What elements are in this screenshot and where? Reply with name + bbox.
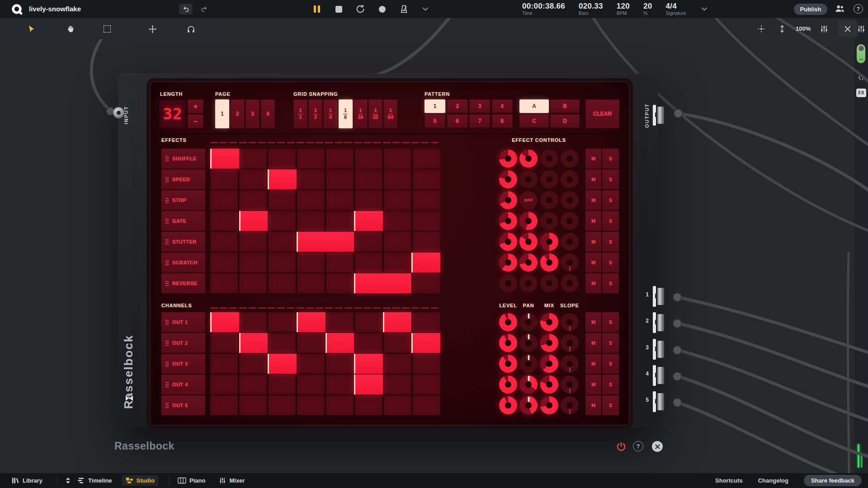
step-cell[interactable] [239,149,267,169]
pattern-button-2[interactable]: 2 [447,99,468,113]
pattern-bank-button-A[interactable]: A [519,99,549,113]
step-cell[interactable] [297,211,325,231]
step-cell[interactable] [355,190,382,210]
drag-handle-icon[interactable] [165,156,169,162]
step-cell[interactable] [355,253,382,272]
pause-icon[interactable] [312,4,322,14]
pattern-bank-button-B[interactable]: B [550,99,580,113]
effect-knob[interactable] [519,233,538,251]
close-icon[interactable] [838,20,858,38]
solo-button[interactable]: S [602,354,619,374]
step-cell[interactable] [326,312,354,332]
stat-time[interactable]: 00:00:38.66Time [522,2,565,16]
drag-handle-icon[interactable] [165,281,169,286]
solo-button[interactable]: S [602,190,619,210]
output-jack-5[interactable]: 5 [631,391,667,412]
power-toggle[interactable] [857,44,865,63]
step-cell[interactable] [268,273,296,293]
step-cell[interactable] [297,253,325,272]
channel-row-label-out-4[interactable]: OUT 4 [161,375,205,394]
drag-handle-icon[interactable] [165,197,169,203]
effect-row-label-speed[interactable]: SPEED [161,169,205,189]
step-cell[interactable] [384,190,411,210]
channel-knob[interactable] [561,355,579,373]
step-cell[interactable] [297,190,325,210]
channel-step-row[interactable] [210,395,440,415]
mute-button[interactable]: M [585,190,601,210]
effect-knob[interactable] [519,253,538,272]
move-icon[interactable] [145,22,160,36]
drag-handle-icon[interactable] [165,361,169,367]
cable[interactable] [362,17,450,78]
note-block[interactable] [354,211,383,231]
solo-button[interactable]: S [602,273,619,293]
effect-knob[interactable]: OFF [519,191,538,209]
collapse-panel-icon[interactable] [857,74,864,81]
channel-knob[interactable] [519,355,538,373]
effect-knob[interactable] [540,170,558,188]
step-cell[interactable] [268,333,296,353]
step-cell[interactable] [210,232,238,252]
tab-studio[interactable]: Studio [122,475,158,486]
pattern-bank-button-D[interactable]: D [550,114,580,128]
mute-button[interactable]: M [585,375,601,394]
step-cell[interactable] [326,253,354,272]
step-cell[interactable] [239,232,267,252]
mute-button[interactable]: M [585,312,601,332]
snap-button-1-2[interactable]: 12 [308,99,322,128]
step-cell[interactable] [355,149,382,169]
effect-row-label-scratch[interactable]: SCRATCH [161,253,205,272]
solo-button[interactable]: S [602,149,619,169]
record-icon[interactable] [377,4,387,14]
effect-knob[interactable] [561,191,579,209]
channel-knob[interactable] [561,375,579,394]
collaborators-icon[interactable] [835,4,845,13]
step-cell[interactable] [268,312,296,332]
mute-button[interactable]: M [585,211,601,231]
loop-icon[interactable] [355,4,365,14]
effect-step-row[interactable] [210,211,440,231]
step-cell[interactable] [297,149,325,169]
pattern-button-1[interactable]: 1 [425,99,445,113]
drag-handle-icon[interactable] [165,403,169,408]
effect-step-row[interactable] [210,149,440,169]
step-cell[interactable] [326,149,354,169]
effect-knob[interactable] [561,233,579,251]
effect-knob[interactable] [499,212,517,230]
note-block[interactable] [210,149,239,169]
effect-knob[interactable] [519,150,538,168]
cable[interactable] [678,350,868,420]
step-cell[interactable] [210,395,238,415]
channel-knob[interactable] [519,375,538,394]
step-cell[interactable] [210,375,238,394]
cable[interactable] [848,253,849,475]
channel-step-row[interactable] [210,312,440,332]
device-close-icon[interactable] [652,441,663,452]
channel-knob[interactable] [540,313,558,331]
solo-button[interactable]: S [602,312,619,332]
effect-knob[interactable] [519,212,538,230]
page-button-1[interactable]: 1 [215,99,229,128]
step-cell[interactable] [413,354,440,374]
clear-button[interactable]: CLEAR [585,99,619,128]
step-cell[interactable] [297,375,325,394]
effect-knob[interactable] [499,170,517,188]
step-cell[interactable] [413,211,440,231]
vertical-zoom-icon[interactable] [775,22,789,36]
chevron-down-icon[interactable] [702,7,707,11]
step-cell[interactable] [326,190,354,210]
cable[interactable] [678,297,868,352]
cable[interactable] [678,376,868,456]
drag-handle-icon[interactable] [165,319,169,325]
metronome-icon[interactable] [399,4,409,14]
effect-row-label-stop[interactable]: STOP [161,190,205,210]
channel-knob[interactable] [540,396,558,414]
channel-knob[interactable] [561,334,579,352]
publish-button[interactable]: Publish [794,4,827,15]
solo-button[interactable]: S [602,211,619,231]
channel-row-label-out-1[interactable]: OUT 1 [161,312,205,332]
panel-updown-icon[interactable] [62,474,74,488]
channel-knob[interactable] [519,313,538,331]
effect-knob[interactable] [561,150,579,168]
note-block[interactable] [268,354,297,374]
